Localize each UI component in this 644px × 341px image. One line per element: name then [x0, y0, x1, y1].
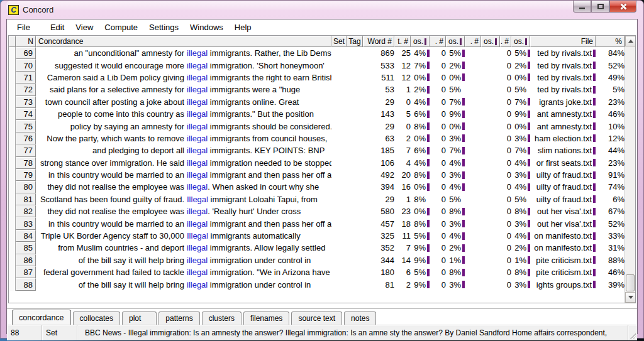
concordance-cell[interactable]: federal government had failed to tacklei… [36, 266, 331, 278]
set-cell[interactable] [331, 108, 347, 120]
minimize-button[interactable] [573, 1, 591, 13]
tag-cell[interactable] [347, 108, 363, 120]
header-n[interactable]: N [16, 36, 36, 47]
tab-patterns[interactable]: patterns [158, 311, 199, 325]
row-number-cell[interactable]: 74 [16, 108, 36, 120]
row-number-cell[interactable]: 75 [16, 120, 36, 132]
header-sent-pos[interactable]: os. [411, 36, 430, 47]
row-number-cell[interactable]: 72 [16, 84, 36, 95]
row-number-cell[interactable]: 71 [16, 72, 36, 84]
menu-item-edit[interactable]: Edit [45, 21, 70, 34]
table-row[interactable]: 86 of the bill say it will help bringill… [9, 254, 625, 266]
tag-cell[interactable] [347, 59, 363, 71]
header-head-number[interactable]: . # [465, 36, 481, 47]
concordance-cell[interactable]: Triple UK Border Agency staff to 30,000I… [36, 230, 331, 242]
concordance-cell[interactable]: said plans for a selective amnesty foril… [36, 84, 331, 95]
table-row[interactable]: 70 suggested it would encourage moreille… [9, 59, 625, 71]
header-head-pos[interactable]: os. [481, 36, 500, 47]
scroll-up-button[interactable] [625, 36, 636, 46]
menu-item-view[interactable]: View [70, 21, 99, 34]
set-cell[interactable] [331, 157, 347, 169]
concordance-cell[interactable]: Cameron said a Lib Dem policy givingille… [36, 72, 331, 84]
row-number-cell[interactable]: 84 [16, 230, 36, 242]
row-number-cell[interactable]: 76 [16, 133, 36, 144]
menu-item-windows[interactable]: Windows [184, 21, 229, 34]
scroll-down-button[interactable] [625, 292, 636, 303]
maximize-button[interactable] [591, 1, 609, 13]
table-row[interactable]: 79 in this country would be married to a… [9, 169, 625, 181]
concordance-cell[interactable]: town council after posting a joke abouti… [36, 96, 331, 108]
menu-item-settings[interactable]: Settings [143, 21, 184, 34]
row-number-cell[interactable]: 77 [16, 144, 36, 156]
tab-clusters[interactable]: clusters [202, 311, 242, 325]
tab-notes[interactable]: notes [344, 311, 376, 325]
tag-cell[interactable] [347, 278, 363, 290]
table-row[interactable]: 76 Now the party, which wants to removei… [9, 133, 625, 144]
tab-concordance[interactable]: concordance [12, 310, 71, 325]
tag-cell[interactable] [347, 169, 363, 181]
table-row[interactable]: 77 and pledging to deport allillegal imm… [9, 144, 625, 156]
tag-cell[interactable] [347, 133, 363, 144]
row-number-cell[interactable]: 87 [16, 266, 36, 278]
set-cell[interactable] [331, 169, 347, 181]
header-concordance[interactable]: Concordance [36, 36, 331, 47]
scrollbar-thumb[interactable] [626, 274, 635, 291]
header-sect-number[interactable]: t. # [500, 36, 511, 47]
table-row[interactable]: 69 an "unconditional" amnesty forillegal… [9, 47, 625, 59]
row-number-cell[interactable]: 69 [16, 47, 36, 59]
set-cell[interactable] [331, 133, 347, 144]
set-cell[interactable] [331, 193, 347, 205]
table-row[interactable]: 71 Cameron said a Lib Dem policy givingi… [9, 72, 625, 84]
set-cell[interactable] [331, 242, 347, 254]
row-number-cell[interactable]: 88 [16, 278, 36, 290]
tag-cell[interactable] [347, 157, 363, 169]
tag-cell[interactable] [347, 96, 363, 108]
header-file[interactable]: File [530, 36, 596, 47]
menu-item-file[interactable]: File [11, 21, 36, 34]
set-cell[interactable] [331, 278, 347, 290]
concordance-cell[interactable]: in this country would be married to anil… [36, 169, 331, 181]
concordance-cell[interactable]: policy by saying an amnesty forillegal i… [36, 120, 331, 132]
concordance-cell[interactable]: strong stance over immigration. He saidi… [36, 157, 331, 169]
vertical-scrollbar[interactable] [625, 36, 635, 303]
table-row[interactable]: 72 said plans for a selective amnesty fo… [9, 84, 625, 95]
concordance-cell[interactable]: Now the party, which wants to removeille… [36, 133, 331, 144]
concordance-cell[interactable]: in this country would be married to anil… [36, 217, 331, 229]
table-row[interactable]: 81 Scotland has been found guilty of fra… [9, 193, 625, 205]
set-cell[interactable] [331, 144, 347, 156]
header-sent-number[interactable]: t. # [394, 36, 411, 47]
table-row[interactable]: 80 they did not realise the employee was… [9, 181, 625, 193]
concordance-cell[interactable]: of the bill say it will help bringillega… [36, 254, 331, 266]
tag-cell[interactable] [347, 47, 363, 59]
header-para-pos[interactable]: os. [446, 36, 465, 47]
resize-grip[interactable] [628, 325, 637, 340]
row-number-cell[interactable]: 86 [16, 254, 36, 266]
tag-cell[interactable] [347, 217, 363, 229]
concordance-cell[interactable]: of the bill say it will help bringillega… [36, 278, 331, 290]
tag-cell[interactable] [347, 181, 363, 193]
set-cell[interactable] [331, 96, 347, 108]
concordance-cell[interactable]: suggested it would encourage moreillegal… [36, 59, 331, 71]
tag-cell[interactable] [347, 193, 363, 205]
tag-cell[interactable] [347, 120, 363, 132]
set-cell[interactable] [331, 205, 347, 217]
row-number-cell[interactable]: 82 [16, 205, 36, 217]
header-percent[interactable]: % [596, 36, 625, 47]
row-number-cell[interactable]: 80 [16, 181, 36, 193]
set-cell[interactable] [331, 59, 347, 71]
table-row[interactable]: 74 people to come into this country asil… [9, 108, 625, 120]
set-cell[interactable] [331, 84, 347, 95]
header-para-number[interactable]: . # [430, 36, 446, 47]
header-sect-pos[interactable]: os. [511, 36, 530, 47]
set-cell[interactable] [331, 230, 347, 242]
header-set[interactable]: Set [331, 36, 347, 47]
concordance-cell[interactable]: from Muslim countries - and deportillega… [36, 242, 331, 254]
set-cell[interactable] [331, 120, 347, 132]
table-row[interactable]: 82 they did not realise the employee was… [9, 205, 625, 217]
table-row[interactable]: 84 Triple UK Border Agency staff to 30,0… [9, 230, 625, 242]
row-number-cell[interactable]: 70 [16, 59, 36, 71]
tag-cell[interactable] [347, 144, 363, 156]
table-row[interactable]: 87 federal government had failed to tack… [9, 266, 625, 278]
menu-item-help[interactable]: Help [229, 21, 257, 34]
tab-plot[interactable]: plot [122, 311, 157, 325]
